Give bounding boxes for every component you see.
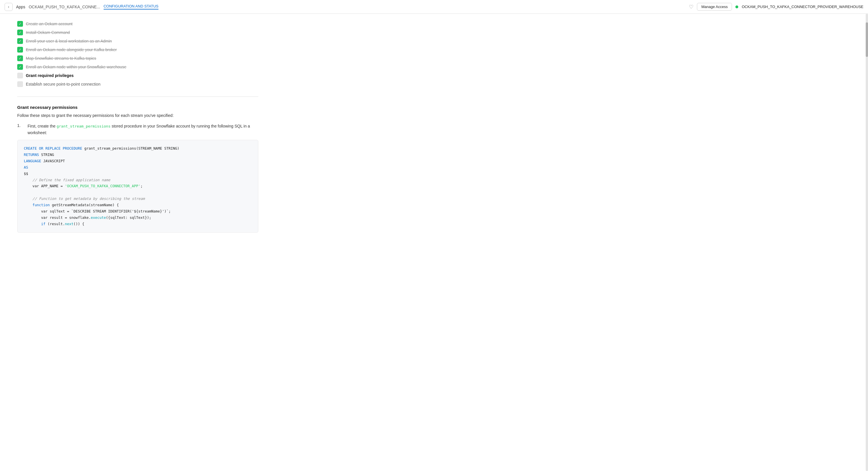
code-comment2: // Function to get metadata by describin… bbox=[24, 197, 145, 201]
checklist-label-4: Enroll an Ockam node alongside your Kafk… bbox=[26, 48, 117, 52]
step-1-text-before: First, create the bbox=[28, 124, 57, 128]
kw-create: CREATE bbox=[24, 146, 37, 150]
code-comment1: // Define the fixed application name bbox=[24, 178, 110, 182]
check-done-icon-5: ✓ bbox=[17, 55, 23, 61]
section-heading: Grant necessary permissions bbox=[17, 105, 258, 110]
checklist-item-4: ✓ Enroll an Ockam node alongside your Ka… bbox=[17, 46, 258, 54]
scrollbar-thumb[interactable] bbox=[866, 22, 868, 57]
check-done-icon-2: ✓ bbox=[17, 30, 23, 35]
kw-if: if bbox=[24, 222, 45, 226]
kw-replace: REPLACE bbox=[45, 146, 61, 150]
checklist: ✓ Create an Ockam account ✓ Install Ocka… bbox=[17, 20, 258, 88]
checklist-label-3: Enroll your user & local workstation as … bbox=[26, 39, 112, 43]
scrollbar[interactable] bbox=[866, 14, 868, 244]
back-icon: ‹ bbox=[8, 5, 9, 9]
kw-language: LANGUAGE bbox=[24, 159, 41, 163]
code-line9-var: var result = snowflake. bbox=[24, 215, 91, 220]
apps-link[interactable]: Apps bbox=[16, 5, 25, 9]
step-1-text: First, create the grant_stream_permissio… bbox=[28, 123, 258, 136]
checklist-item-6: ✓ Enroll an Ockam node within your Snowf… bbox=[17, 63, 258, 71]
code-line10-rest: (result. bbox=[45, 222, 65, 226]
navbar: ‹ Apps OCKAM_PUSH_TO_KAFKA_CONNE... CONF… bbox=[0, 0, 868, 14]
code-line6-end: ; bbox=[141, 184, 143, 188]
tab-configuration-status[interactable]: CONFIGURATION AND STATUS bbox=[104, 4, 158, 9]
code-line6-var: var APP_NAME = bbox=[24, 184, 65, 188]
checklist-item-1: ✓ Create an Ockam account bbox=[17, 20, 258, 28]
kw-returns: RETURNS bbox=[24, 152, 39, 157]
heart-icon[interactable]: ♡ bbox=[689, 4, 693, 10]
connector-breadcrumb: OCKAM_PUSH_TO_KAFKA_CONNE... bbox=[29, 5, 100, 9]
step-1-code: grant_stream_permissions bbox=[57, 124, 111, 128]
checklist-label-6: Enroll an Ockam node within your Snowfla… bbox=[26, 65, 126, 69]
check-empty-icon-8 bbox=[17, 81, 23, 87]
kw-as: AS bbox=[24, 165, 28, 170]
code-line10-end: ()) { bbox=[73, 222, 84, 226]
checklist-label-1: Create an Ockam account bbox=[26, 22, 73, 26]
kw-procedure: PROCEDURE bbox=[63, 146, 82, 150]
checklist-item-2: ✓ Install Ockam Command bbox=[17, 28, 258, 37]
section-description: Follow these steps to grant the necessar… bbox=[17, 113, 258, 118]
check-done-icon-6: ✓ bbox=[17, 64, 23, 70]
checklist-item-8: Establish secure point-to-point connecti… bbox=[17, 80, 258, 88]
section-divider bbox=[17, 96, 258, 97]
step-1: 1. First, create the grant_stream_permis… bbox=[17, 123, 258, 136]
warehouse-name: OCKAM_PUSH_TO_KAFKA_CONNECTOR_PROVIDER_W… bbox=[742, 5, 863, 9]
checklist-item-7: Grant required privileges bbox=[17, 71, 258, 80]
checklist-label-8: Establish secure point-to-point connecti… bbox=[26, 82, 100, 86]
checklist-item-3: ✓ Enroll your user & local workstation a… bbox=[17, 37, 258, 46]
checklist-label-7: Grant required privileges bbox=[26, 73, 74, 78]
checklist-item-5: ✓ Map Snowflake streams to Kafka topics bbox=[17, 54, 258, 63]
code-line2-rest: STRING bbox=[39, 152, 54, 157]
code-line10-fn: next bbox=[65, 222, 73, 226]
check-done-icon-4: ✓ bbox=[17, 47, 23, 53]
status-dot bbox=[735, 5, 738, 8]
check-done-icon-3: ✓ bbox=[17, 38, 23, 44]
code-line9-fn: execute bbox=[91, 215, 106, 220]
code-line9-rest: ({sqlText: sqlText}); bbox=[106, 215, 151, 220]
back-button[interactable]: ‹ bbox=[5, 3, 12, 11]
check-done-icon-1: ✓ bbox=[17, 21, 23, 27]
checklist-label-2: Install Ockam Command bbox=[26, 30, 70, 35]
code-line8: var sqlText = `DESCRIBE STREAM IDENTIFIE… bbox=[24, 209, 171, 213]
kw-function: function bbox=[24, 203, 50, 207]
step-number-1: 1. bbox=[17, 123, 24, 136]
code-line5: $$ bbox=[24, 172, 28, 176]
kw-or: OR bbox=[39, 146, 43, 150]
code-line1-rest: grant_stream_permissions(STREAM_NAME STR… bbox=[82, 146, 179, 150]
code-line6-str: 'OCKAM_PUSH_TO_KAFKA_CONNECTOR_APP' bbox=[65, 184, 141, 188]
main-content: ✓ Create an Ockam account ✓ Install Ocka… bbox=[0, 14, 276, 244]
code-line3-rest: JAVASCRIPT bbox=[41, 159, 65, 163]
checklist-label-5: Map Snowflake streams to Kafka topics bbox=[26, 56, 96, 61]
code-block: CREATE OR REPLACE PROCEDURE grant_stream… bbox=[17, 140, 258, 232]
manage-access-button[interactable]: Manage Access bbox=[697, 3, 732, 11]
check-empty-icon-7 bbox=[17, 73, 23, 79]
code-line7-rest: getStreamMetadata(streamName) { bbox=[50, 203, 119, 207]
